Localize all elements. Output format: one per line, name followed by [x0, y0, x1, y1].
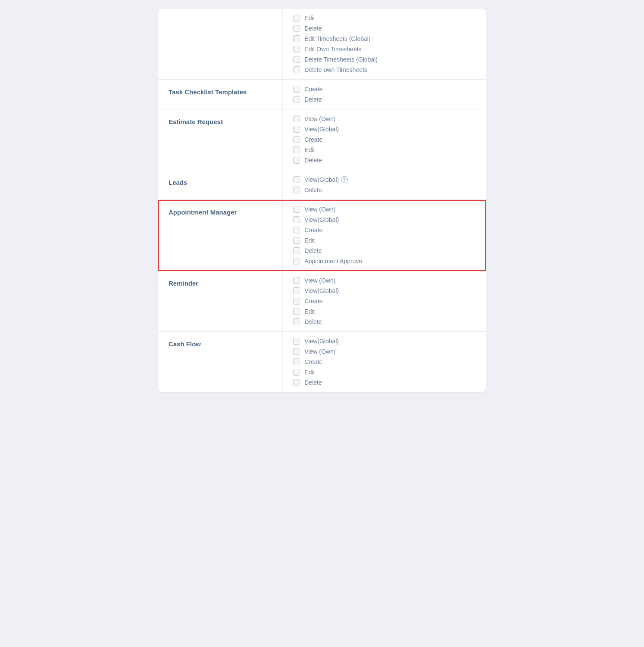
- checkbox-estimate-request-0[interactable]: [293, 115, 300, 122]
- checkbox-appointment-manager-0[interactable]: [293, 206, 300, 213]
- permission-label-cash-flow-1: View (Own): [304, 348, 335, 355]
- checkbox-reminder-1[interactable]: [293, 287, 300, 294]
- permissions-cell-reminder: View (Own)View(Global)CreateEditDelete: [283, 271, 486, 332]
- checkbox-leads-0[interactable]: [293, 176, 300, 183]
- checkbox-reminder-0[interactable]: [293, 277, 300, 284]
- permission-label-appointment-manager-4: Delete: [304, 247, 322, 254]
- permission-item-reminder-1: View(Global): [293, 287, 475, 294]
- checkbox-cash-flow-1[interactable]: [293, 348, 300, 355]
- section-name-leads: Leads: [169, 179, 187, 186]
- permission-label-timesheets-top-2: Edit Timesheets (Global): [304, 35, 370, 42]
- permission-label-estimate-request-0: View (Own): [304, 115, 335, 122]
- checkbox-reminder-3[interactable]: [293, 308, 300, 315]
- permission-label-cash-flow-0: View(Global): [304, 338, 339, 345]
- permission-label-cash-flow-2: Create: [304, 358, 322, 365]
- checkbox-estimate-request-1[interactable]: [293, 126, 300, 133]
- section-row-task-checklist: Task Checklist TemplatesCreateDelete: [158, 80, 486, 109]
- permission-item-estimate-request-4: Delete: [293, 157, 475, 164]
- checkbox-cash-flow-0[interactable]: [293, 338, 300, 345]
- section-row-leads: LeadsView(Global)?Delete: [158, 170, 486, 200]
- permission-label-task-checklist-0: Create: [304, 86, 322, 93]
- permission-item-timesheets-top-1: Delete: [293, 25, 475, 32]
- permissions-cell-appointment-manager: View (Own)View(Global)CreateEditDeleteAp…: [283, 200, 486, 271]
- permission-label-appointment-manager-2: Create: [304, 227, 322, 233]
- section-name-cell-estimate-request: Estimate Request: [158, 109, 283, 170]
- permission-item-timesheets-top-2: Edit Timesheets (Global): [293, 35, 475, 42]
- permission-item-cash-flow-3: Edit: [293, 369, 475, 376]
- checkbox-reminder-2[interactable]: [293, 298, 300, 305]
- permission-item-cash-flow-4: Delete: [293, 379, 475, 386]
- permission-item-estimate-request-2: Create: [293, 136, 475, 143]
- permission-label-reminder-2: Create: [304, 298, 322, 305]
- permission-label-estimate-request-4: Delete: [304, 157, 322, 164]
- checkbox-estimate-request-4[interactable]: [293, 157, 300, 164]
- permissions-cell-leads: View(Global)?Delete: [283, 170, 486, 200]
- permissions-cell-estimate-request: View (Own)View(Global)CreateEditDelete: [283, 109, 486, 170]
- permission-item-reminder-4: Delete: [293, 318, 475, 325]
- permission-label-appointment-manager-3: Edit: [304, 237, 315, 244]
- section-row-reminder: ReminderView (Own)View(Global)CreateEdit…: [158, 271, 486, 332]
- checkbox-appointment-manager-1[interactable]: [293, 216, 300, 223]
- permission-item-estimate-request-0: View (Own): [293, 115, 475, 122]
- section-name-estimate-request: Estimate Request: [169, 118, 223, 125]
- section-row-timesheets-top: EditDeleteEdit Timesheets (Global)Edit O…: [158, 9, 486, 80]
- checkbox-task-checklist-1[interactable]: [293, 96, 300, 103]
- permission-item-estimate-request-3: Edit: [293, 146, 475, 153]
- permission-item-cash-flow-0: View(Global): [293, 338, 475, 345]
- permission-item-timesheets-top-4: Delete Timesheets (Global): [293, 56, 475, 63]
- section-name-cell-task-checklist: Task Checklist Templates: [158, 80, 283, 109]
- section-name-cash-flow: Cash Flow: [169, 340, 201, 348]
- permission-item-leads-1: Delete: [293, 187, 475, 193]
- permission-label-reminder-1: View(Global): [304, 287, 339, 294]
- checkbox-appointment-manager-3[interactable]: [293, 237, 300, 244]
- permission-label-task-checklist-1: Delete: [304, 96, 322, 103]
- permission-label-timesheets-top-0: Edit: [304, 15, 315, 22]
- permission-label-cash-flow-3: Edit: [304, 369, 315, 376]
- permissions-cell-task-checklist: CreateDelete: [283, 80, 486, 109]
- permissions-cell-cash-flow: View(Global)View (Own)CreateEditDelete: [283, 332, 486, 392]
- permission-item-cash-flow-1: View (Own): [293, 348, 475, 355]
- checkbox-appointment-manager-2[interactable]: [293, 227, 300, 233]
- permission-item-appointment-manager-0: View (Own): [293, 206, 475, 213]
- permission-label-estimate-request-3: Edit: [304, 146, 315, 153]
- checkbox-timesheets-top-0[interactable]: [293, 15, 300, 22]
- checkbox-timesheets-top-1[interactable]: [293, 25, 300, 32]
- section-name-cell-appointment-manager: Appointment Manager: [158, 200, 283, 271]
- permission-label-leads-0: View(Global): [304, 176, 339, 183]
- checkbox-timesheets-top-2[interactable]: [293, 35, 300, 42]
- permission-label-reminder-3: Edit: [304, 308, 315, 315]
- checkbox-leads-1[interactable]: [293, 187, 300, 193]
- checkbox-estimate-request-3[interactable]: [293, 146, 300, 153]
- checkbox-timesheets-top-5[interactable]: [293, 66, 300, 73]
- permission-item-timesheets-top-5: Delete own Timesheets: [293, 66, 475, 73]
- permissions-cell-timesheets-top: EditDeleteEdit Timesheets (Global)Edit O…: [283, 9, 486, 80]
- permission-item-estimate-request-1: View(Global): [293, 126, 475, 133]
- help-icon-leads-0[interactable]: ?: [341, 176, 348, 183]
- checkbox-estimate-request-2[interactable]: [293, 136, 300, 143]
- permission-item-appointment-manager-3: Edit: [293, 237, 475, 244]
- permission-label-reminder-4: Delete: [304, 318, 322, 325]
- checkbox-timesheets-top-3[interactable]: [293, 46, 300, 53]
- section-name-task-checklist: Task Checklist Templates: [169, 88, 247, 96]
- checkbox-appointment-manager-4[interactable]: [293, 247, 300, 254]
- section-name-appointment-manager: Appointment Manager: [169, 208, 237, 216]
- permissions-table: EditDeleteEdit Timesheets (Global)Edit O…: [158, 9, 486, 392]
- checkbox-cash-flow-2[interactable]: [293, 358, 300, 365]
- permission-label-timesheets-top-4: Delete Timesheets (Global): [304, 56, 378, 63]
- permission-label-appointment-manager-1: View(Global): [304, 216, 339, 223]
- permission-item-reminder-3: Edit: [293, 308, 475, 315]
- checkbox-appointment-manager-5[interactable]: [293, 258, 300, 264]
- checkbox-cash-flow-3[interactable]: [293, 369, 300, 376]
- checkbox-timesheets-top-4[interactable]: [293, 56, 300, 63]
- checkbox-reminder-4[interactable]: [293, 318, 300, 325]
- permission-label-appointment-manager-0: View (Own): [304, 206, 335, 213]
- checkbox-cash-flow-4[interactable]: [293, 379, 300, 386]
- permission-label-estimate-request-1: View(Global): [304, 126, 339, 133]
- checkbox-task-checklist-0[interactable]: [293, 86, 300, 93]
- permission-item-reminder-0: View (Own): [293, 277, 475, 284]
- section-name-cell-leads: Leads: [158, 170, 283, 200]
- permission-item-leads-0: View(Global)?: [293, 176, 475, 183]
- permission-label-timesheets-top-5: Delete own Timesheets: [304, 66, 367, 73]
- permission-item-timesheets-top-0: Edit: [293, 15, 475, 22]
- section-name-cell-reminder: Reminder: [158, 271, 283, 332]
